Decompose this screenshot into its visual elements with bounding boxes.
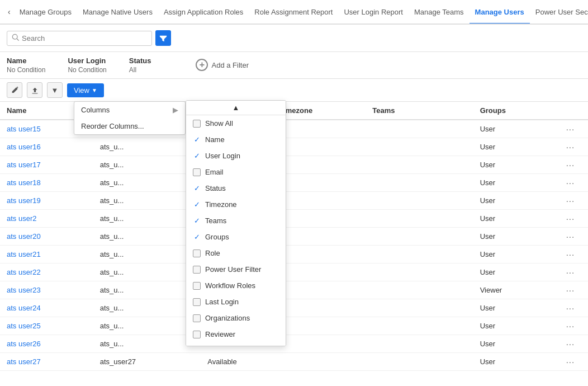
columns-arrow-icon: ▶ xyxy=(173,106,178,114)
unchecked-box[interactable] xyxy=(193,282,201,290)
submenu-item-user-login[interactable]: ✓User Login xyxy=(186,148,286,164)
user-name-link[interactable]: ats user21 xyxy=(7,250,41,258)
columns-label: Columns xyxy=(81,106,110,114)
table-row: ats user27ats_user27AvailableUser··· xyxy=(0,353,588,371)
filter-status-condition: All xyxy=(129,66,151,74)
unchecked-box[interactable] xyxy=(193,168,201,176)
user-teams-cell xyxy=(366,192,473,210)
unchecked-box[interactable] xyxy=(193,331,201,338)
row-more-button[interactable]: ··· xyxy=(566,285,575,295)
user-login-cell: ats_u... xyxy=(93,192,201,210)
row-more-button[interactable]: ··· xyxy=(566,178,575,187)
nav-tab-role-assignment-report[interactable]: Role Assignment Report xyxy=(249,1,338,24)
user-teams-cell xyxy=(366,281,473,299)
search-input[interactable] xyxy=(22,34,147,43)
table-row: ats user19ats_u...ailableUser··· xyxy=(0,192,588,210)
submenu-item-label: Workflow Roles xyxy=(205,281,255,290)
show-all-item[interactable]: Show All xyxy=(186,115,286,131)
user-login-cell: ats_u... xyxy=(93,138,201,156)
user-name-link[interactable]: ats user19 xyxy=(7,196,41,205)
nav-tab-assign-application-roles[interactable]: Assign Application Roles xyxy=(158,1,249,24)
user-name-link[interactable]: ats user23 xyxy=(7,286,41,294)
user-name-link[interactable]: ats user26 xyxy=(7,340,41,348)
submenu-item-timezone[interactable]: ✓Timezone xyxy=(186,196,286,213)
view-button[interactable]: View ▼ xyxy=(67,83,104,97)
user-name-link[interactable]: ats user25 xyxy=(7,322,41,330)
row-more-button[interactable]: ··· xyxy=(566,339,575,349)
table-row: ats user21ats_u...ailableUser··· xyxy=(0,246,588,263)
submenu-up-arrow[interactable]: ▲ xyxy=(186,101,286,115)
user-more-cell: ··· xyxy=(559,335,588,353)
submenu-item-organizations[interactable]: Organizations xyxy=(186,310,286,326)
unchecked-box[interactable] xyxy=(193,298,201,306)
nav-prev-arrow[interactable]: ‹ xyxy=(4,5,14,18)
columns-menu-item[interactable]: Columns ▶ xyxy=(74,102,185,118)
user-groups-cell: User xyxy=(473,317,559,335)
submenu-item-workflow-roles[interactable]: Workflow Roles xyxy=(186,277,286,294)
submenu-item-preparer[interactable]: Preparer xyxy=(186,342,286,346)
table-row: ats user17ats_u...ailableUser··· xyxy=(0,156,588,174)
row-more-button[interactable]: ··· xyxy=(566,124,575,134)
user-timezone-cell xyxy=(272,210,366,228)
user-more-cell: ··· xyxy=(559,299,588,317)
row-more-button[interactable]: ··· xyxy=(566,232,575,241)
user-groups-cell: User xyxy=(473,120,559,138)
nav-tab-manage-native-users[interactable]: Manage Native Users xyxy=(77,1,158,24)
filter-icon-btn[interactable] xyxy=(155,30,171,46)
submenu-item-last-login[interactable]: Last Login xyxy=(186,294,286,310)
table-row: ats user23ats_u...ailableViewer··· xyxy=(0,281,588,299)
submenu-item-power-user-filter[interactable]: Power User Filter xyxy=(186,261,286,277)
user-name-link[interactable]: ats user24 xyxy=(7,304,41,312)
nav-tab-manage-users[interactable]: Manage Users xyxy=(470,1,530,24)
reorder-columns-label: Reorder Columns... xyxy=(81,122,144,130)
table-row: ats user16ats_u...ailableUser··· xyxy=(0,138,588,156)
user-teams-cell xyxy=(366,174,473,192)
nav-tab-manage-teams[interactable]: Manage Teams xyxy=(409,1,470,24)
table-row: ats user2ats_u...ailableUser··· xyxy=(0,210,588,228)
submenu-item-teams[interactable]: ✓Teams xyxy=(186,213,286,229)
user-name-link[interactable]: ats user15 xyxy=(7,125,41,133)
nav-tab-user-login-report[interactable]: User Login Report xyxy=(338,1,409,24)
user-name-link[interactable]: ats user18 xyxy=(7,178,41,187)
unchecked-box[interactable] xyxy=(193,250,201,257)
submenu-item-groups[interactable]: ✓Groups xyxy=(186,229,286,245)
user-name-link[interactable]: ats user22 xyxy=(7,268,41,276)
user-name-link[interactable]: ats user2 xyxy=(7,214,36,223)
submenu-item-status[interactable]: ✓Status xyxy=(186,180,286,196)
nav-tab-manage-groups[interactable]: Manage Groups xyxy=(14,1,77,24)
row-more-button[interactable]: ··· xyxy=(566,142,575,152)
row-more-button[interactable]: ··· xyxy=(566,250,575,259)
nav-tab-power-user-security[interactable]: Power User Security xyxy=(530,1,588,24)
search-icon xyxy=(12,34,20,43)
dropdown-arrow-btn[interactable]: ▼ xyxy=(47,82,63,98)
check-icon: ✓ xyxy=(193,233,201,241)
row-more-button[interactable]: ··· xyxy=(566,214,575,223)
user-login-cell: ats_u... xyxy=(93,210,201,228)
table-row: ats user24ats_u...ailableUser··· xyxy=(0,299,588,317)
row-more-button[interactable]: ··· xyxy=(566,303,575,313)
user-name-link[interactable]: ats user17 xyxy=(7,161,41,169)
row-more-button[interactable]: ··· xyxy=(566,321,575,331)
reorder-columns-menu-item[interactable]: Reorder Columns... xyxy=(74,118,185,134)
user-name-link[interactable]: ats user27 xyxy=(7,357,41,366)
user-groups-cell: User xyxy=(473,299,559,317)
unchecked-box[interactable] xyxy=(193,314,201,322)
submenu-item-email[interactable]: Email xyxy=(186,164,286,180)
row-more-button[interactable]: ··· xyxy=(566,160,575,170)
upload-icon-btn[interactable] xyxy=(27,82,42,98)
show-all-checkbox[interactable] xyxy=(193,120,201,128)
add-filter-button[interactable]: + Add a Filter xyxy=(196,59,248,71)
nav-tabs: Manage GroupsManage Native UsersAssign A… xyxy=(14,8,588,16)
submenu-item-name[interactable]: ✓Name xyxy=(186,131,286,148)
row-more-button[interactable]: ··· xyxy=(566,267,575,277)
search-bar xyxy=(0,25,588,52)
user-name-link[interactable]: ats user16 xyxy=(7,143,41,151)
submenu-item-reviewer[interactable]: Reviewer xyxy=(186,326,286,342)
row-more-button[interactable]: ··· xyxy=(566,357,575,366)
row-more-button[interactable]: ··· xyxy=(566,196,575,205)
user-name-link[interactable]: ats user20 xyxy=(7,232,41,241)
edit-icon-btn[interactable] xyxy=(7,82,22,98)
unchecked-box[interactable] xyxy=(193,266,201,274)
check-icon: ✓ xyxy=(193,136,201,144)
submenu-item-role[interactable]: Role xyxy=(186,245,286,261)
